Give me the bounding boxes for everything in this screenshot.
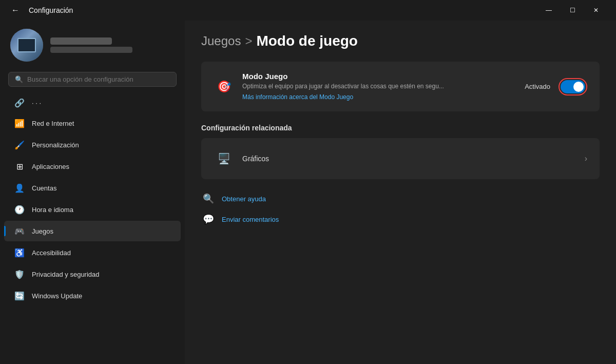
- nav-label-hora: Hora e idioma: [32, 206, 73, 214]
- graficos-icon: 🖥️: [214, 148, 234, 169]
- obtener-ayuda-label: Obtener ayuda: [222, 195, 266, 203]
- nav-icon-cuentas: 👤: [14, 183, 25, 193]
- sidebar-item-aplicaciones[interactable]: ⊞ Aplicaciones: [4, 156, 181, 177]
- user-profile[interactable]: [0, 21, 185, 72]
- titlebar: ← Configuración — ☐ ✕: [0, 0, 616, 21]
- nav-icon-aplicaciones: ⊞: [14, 161, 25, 171]
- app-title: Configuración: [29, 6, 73, 14]
- toggle-status-label: Activado: [525, 83, 550, 90]
- modo-juego-card: 🎯 Modo Juego Optimiza el equipo para jug…: [201, 62, 600, 111]
- search-container: 🔍: [0, 72, 185, 93]
- nav-icon-privacidad: 🛡️: [14, 269, 25, 279]
- user-info: [50, 37, 132, 53]
- obtener-ayuda-icon: 🔍: [201, 191, 216, 206]
- nav-icon-hora: 🕐: [14, 204, 25, 215]
- close-button[interactable]: ✕: [584, 2, 608, 18]
- related-section: Configuración relacionada 🖥️ Gráficos ›: [201, 124, 600, 179]
- nav-icon-red: 📶: [14, 118, 25, 128]
- sidebar-item-partial-label: · · ·: [32, 99, 41, 107]
- nav-icon-personalizacion: 🖌️: [14, 140, 25, 150]
- nav-label-aplicaciones: Aplicaciones: [32, 163, 69, 170]
- modo-juego-icon: 🎯: [214, 76, 234, 97]
- graficos-item[interactable]: 🖥️ Gráficos ›: [214, 148, 587, 169]
- user-email: [50, 47, 132, 53]
- nav-label-red: Red e Internet: [32, 120, 74, 127]
- sidebar: 🔍 🔗 · · · 📶 Red e Internet 🖌️ Personaliz…: [0, 21, 185, 364]
- nav-label-juegos: Juegos: [32, 227, 53, 235]
- obtener-ayuda-link[interactable]: 🔍 Obtener ayuda: [201, 191, 600, 206]
- modo-juego-title: Modo Juego: [242, 72, 516, 81]
- avatar: [10, 29, 43, 62]
- search-box[interactable]: 🔍: [8, 72, 177, 87]
- enviar-comentarios-link[interactable]: 💬 Enviar comentarios: [201, 212, 600, 226]
- sidebar-item-partial[interactable]: 🔗 · · ·: [4, 93, 181, 112]
- content-area: Juegos > Modo de juego 🎯 Modo Juego Opti…: [185, 21, 616, 364]
- nav-label-privacidad: Privacidad y seguridad: [32, 271, 100, 278]
- page-header: Juegos > Modo de juego: [201, 33, 600, 49]
- enviar-comentarios-icon: 💬: [201, 212, 216, 226]
- graficos-title: Gráficos: [242, 155, 576, 163]
- toggle-card-content: Modo Juego Optimiza el equipo para jugar…: [242, 72, 516, 101]
- related-section-label: Configuración relacionada: [201, 124, 600, 132]
- maximize-button[interactable]: ☐: [561, 2, 584, 18]
- search-icon: 🔍: [15, 75, 23, 83]
- sidebar-item-cuentas[interactable]: 👤 Cuentas: [4, 178, 181, 198]
- sidebar-item-windows-update[interactable]: 🔄 Windows Update: [4, 285, 181, 306]
- back-button[interactable]: ←: [8, 3, 23, 17]
- nav-label-cuentas: Cuentas: [32, 184, 56, 192]
- breadcrumb-separator: >: [245, 34, 252, 48]
- toggle-right: Activado: [525, 78, 587, 95]
- main-container: 🔍 🔗 · · · 📶 Red e Internet 🖌️ Personaliz…: [0, 21, 616, 364]
- sidebar-item-juegos[interactable]: 🎮 Juegos: [4, 221, 181, 241]
- toggle-card-inner: 🎯 Modo Juego Optimiza el equipo para jug…: [214, 72, 587, 101]
- modo-juego-link[interactable]: Más información acerca del Modo Juego: [242, 93, 353, 101]
- enviar-comentarios-label: Enviar comentarios: [222, 216, 279, 223]
- sidebar-item-hora-idioma[interactable]: 🕐 Hora e idioma: [4, 199, 181, 220]
- sidebar-item-privacidad[interactable]: 🛡️ Privacidad y seguridad: [4, 264, 181, 284]
- sidebar-item-personalizacion[interactable]: 🖌️ Personalización: [4, 135, 181, 155]
- help-section: 🔍 Obtener ayuda 💬 Enviar comentarios: [201, 191, 600, 226]
- search-input[interactable]: [27, 75, 170, 83]
- user-name: [50, 37, 112, 45]
- breadcrumb: Juegos > Modo de juego: [201, 33, 600, 49]
- nav-label-personalizacion: Personalización: [32, 141, 79, 149]
- sidebar-item-red-internet[interactable]: 📶 Red e Internet: [4, 113, 181, 133]
- modo-juego-desc: Optimiza el equipo para jugar al desacti…: [242, 83, 516, 90]
- toggle-knob: [573, 82, 584, 92]
- minimize-button[interactable]: —: [537, 2, 561, 18]
- sidebar-item-accesibilidad[interactable]: ♿ Accesibilidad: [4, 242, 181, 263]
- graficos-chevron: ›: [585, 154, 587, 163]
- titlebar-left: ← Configuración: [8, 3, 73, 17]
- breadcrumb-current: Modo de juego: [256, 33, 358, 49]
- nav-icon-juegos: 🎮: [14, 226, 25, 236]
- toggle-switch-wrapper: [559, 78, 587, 95]
- graficos-card[interactable]: 🖥️ Gráficos ›: [201, 138, 600, 179]
- window-controls: — ☐ ✕: [537, 2, 608, 18]
- nav-icon-accesibilidad: ♿: [14, 247, 25, 258]
- modo-juego-toggle[interactable]: [561, 80, 585, 93]
- nav-label-accesibilidad: Accesibilidad: [32, 249, 71, 257]
- nav-icon-partial: 🔗: [14, 98, 25, 108]
- breadcrumb-parent[interactable]: Juegos: [201, 34, 241, 48]
- nav-icon-windows-update: 🔄: [14, 291, 25, 301]
- nav-label-windows-update: Windows Update: [32, 292, 82, 300]
